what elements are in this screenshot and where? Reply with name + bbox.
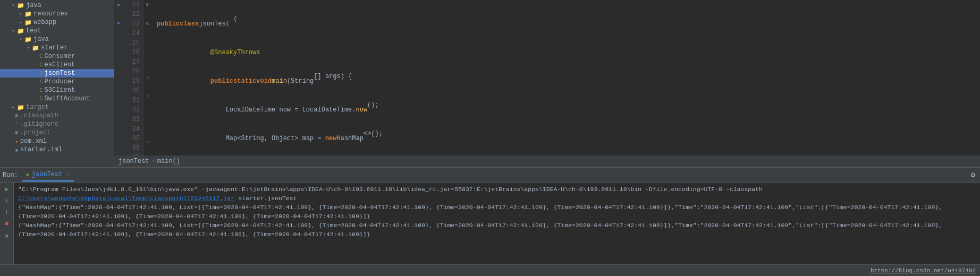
run-output-classpath: C:\Users\wangzhe\AppData\Local\Temp\clas… (18, 194, 976, 203)
chevron-down-icon: ▾ (17, 36, 24, 42)
run-label: Run: (3, 171, 18, 179)
run-output-line-2: {"HashMap":{"Time":2020-04-04T17:42:41.1… (18, 221, 976, 230)
sidebar-item-starter-iml[interactable]: ◈ starter.iml (0, 145, 114, 154)
code-line-25: Map<String, Object> map = new HashMap<>(… (157, 134, 980, 143)
arrow-gutter: ▶ ▶ (114, 0, 124, 156)
sidebar-item-s3client[interactable]: C S3Client (0, 86, 114, 94)
run-tab-label: jsonTest (32, 171, 63, 178)
sidebar-item-swiftaccount[interactable]: C SwiftAccount (0, 94, 114, 103)
run-panel: Run: ▶ jsonTest ✕ ⚙ ▶ ↓ ↑ ■ ✕ "C:\Progra… (0, 167, 980, 276)
file-tree-sidebar: ▾ 📁 java ▸ 📁 resources ▸ 📁 webapp ▾ 📁 te… (0, 0, 114, 167)
java-class-icon: C (39, 79, 43, 85)
gitignore-icon: ≡ (15, 121, 19, 127)
code-line-23: public static void main(String[] args) { (157, 76, 980, 86)
breadcrumb-method[interactable]: main() (157, 158, 180, 165)
chevron-down-icon: ▾ (10, 28, 17, 34)
folder-icon: 📁 (17, 104, 24, 111)
chevron-down-icon: ▾ (24, 45, 32, 51)
code-lines[interactable]: public class jsonTest { @SneakyThrows pu… (151, 0, 980, 156)
chevron-right-icon: ▸ (17, 11, 24, 17)
run-arrow-23[interactable]: ▶ (114, 18, 124, 27)
run-scroll-down-button[interactable]: ↓ (2, 195, 12, 206)
java-class-icon: C (39, 87, 43, 93)
classpath-icon: ≡ (15, 113, 19, 119)
folder-open-icon: 📁 (32, 45, 39, 51)
chevron-down-icon: ▾ (10, 2, 17, 8)
sidebar-item-target[interactable]: ▸ 📁 target (0, 103, 114, 111)
sidebar-item-jsontest[interactable]: J jsonTest (0, 69, 114, 77)
run-tab-bar: Run: ▶ jsonTest ✕ ⚙ (0, 168, 980, 183)
line-numbers: 21 22 23 24 25 26 27 28 29 30 31 32 33 3… (124, 0, 144, 156)
breadcrumb: jsonTest › main() (114, 156, 980, 167)
main-area: ▾ 📁 java ▸ 📁 resources ▸ 📁 webapp ▾ 📁 te… (0, 0, 980, 167)
run-play-button[interactable]: ▶ (2, 184, 12, 194)
sidebar-item-producer[interactable]: C Producer (0, 77, 114, 86)
run-output-line-2-cont: {Time=2020-04-04T17:42:41.109}, {Time=20… (18, 230, 976, 239)
run-scroll-up-button[interactable]: ↑ (2, 207, 12, 218)
sidebar-item-test[interactable]: ▾ 📁 test (0, 27, 114, 35)
folder-icon: 📁 (24, 11, 32, 18)
java-class-icon: C (39, 53, 43, 59)
java-class-icon: C (39, 62, 43, 68)
sidebar-item-java[interactable]: ▾ 📁 java (0, 1, 114, 10)
code-line-24: LocalDateTime now = LocalDateTime.now(); (157, 105, 980, 115)
xml-icon: ✦ (15, 138, 19, 145)
project-icon: ≡ (15, 130, 19, 136)
sidebar-item-starter[interactable]: ▾ 📁 starter (0, 44, 114, 52)
run-tab-close[interactable]: ✕ (66, 171, 70, 178)
code-line-21: public class jsonTest { (157, 19, 980, 29)
folder-open-icon: 📁 (17, 28, 24, 34)
sidebar-item-pom[interactable]: ✦ pom.xml (0, 137, 114, 145)
java-file-icon: J (39, 70, 43, 76)
chevron-right-icon: ▸ (17, 19, 24, 25)
iml-icon: ◈ (15, 146, 19, 153)
editor-area: ▶ ▶ 21 22 23 (114, 0, 980, 167)
run-output-line-1: {"HashMap":{"Time":2020-04-04T17:42:41.1… (18, 203, 976, 212)
sidebar-item-webapp[interactable]: ▸ 📁 webapp (0, 18, 114, 27)
code-line-22: @SneakyThrows (157, 48, 980, 57)
sidebar-item-consumer[interactable]: C Consumer (0, 52, 114, 61)
run-output: "C:\Program Files\Java\jdk1.8.0_191\bin\… (14, 183, 980, 264)
code-editor[interactable]: ▶ ▶ 21 22 23 (114, 0, 980, 156)
chevron-right-icon: ▸ (10, 104, 17, 110)
settings-icon[interactable]: ⚙ (969, 169, 977, 180)
sidebar-item-resources[interactable]: ▸ 📁 resources (0, 10, 114, 18)
run-output-cmd: "C:\Program Files\Java\jdk1.8.0_191\bin\… (18, 185, 976, 194)
folder-open-icon: 📁 (24, 36, 32, 43)
run-stop-button[interactable]: ■ (2, 219, 12, 229)
run-tab-jsontest[interactable]: ▶ jsonTest ✕ (22, 169, 74, 182)
sidebar-item-classpath[interactable]: ≡ .classpath (0, 111, 114, 120)
sidebar-item-java-test[interactable]: ▾ 📁 java (0, 35, 114, 44)
folder-icon: 📁 (24, 19, 32, 26)
fold-gutter: ◧ ◧ ◇ ◇ ◇ (144, 0, 151, 156)
run-status-icon: ▶ (27, 171, 30, 178)
status-url[interactable]: https://blog.csdn.net/w4187402 (871, 268, 976, 274)
folder-open-icon: 📁 (17, 2, 24, 9)
status-bar: https://blog.csdn.net/w4187402 (0, 264, 980, 276)
sidebar-item-gitignore[interactable]: ≡ .gitignore (0, 120, 114, 128)
run-arrow-21[interactable]: ▶ (114, 0, 124, 9)
run-panel-content: ▶ ↓ ↑ ■ ✕ "C:\Program Files\Java\jdk1.8.… (0, 183, 980, 264)
classpath-link[interactable]: C:\Users\wangzhe\AppData\Local\Temp\clas… (18, 195, 234, 202)
java-class-icon: C (39, 96, 43, 102)
run-controls: ▶ ↓ ↑ ■ ✕ (0, 183, 14, 264)
run-output-line-1-cont: {Time=2020-04-04T17:42:41.109}, {Time=20… (18, 212, 976, 221)
sidebar-item-esclient[interactable]: C esClient (0, 61, 114, 69)
run-close-button[interactable]: ✕ (2, 230, 12, 241)
breadcrumb-class[interactable]: jsonTest (119, 158, 149, 165)
sidebar-item-project[interactable]: ≡ .project (0, 128, 114, 137)
